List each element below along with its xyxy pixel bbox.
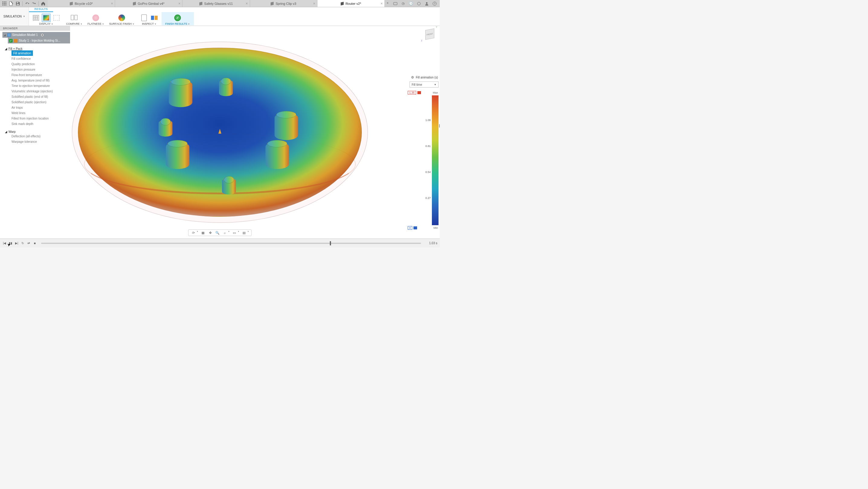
tab-router[interactable]: Router v2* ×: [317, 0, 385, 7]
timeline-handle[interactable]: [330, 241, 331, 246]
grid-settings-icon[interactable]: ▤: [242, 230, 246, 235]
look-at-icon[interactable]: ▦: [200, 230, 205, 235]
workspace-switcher[interactable]: SIMULATION ▼: [0, 7, 29, 26]
group-label: FINISH RESULTS: [165, 22, 187, 25]
new-file-icon[interactable]: ▾: [8, 1, 14, 6]
data-panel-icon[interactable]: [393, 1, 398, 6]
help-icon[interactable]: ?: [432, 1, 437, 6]
ribbon-tab-results[interactable]: RESULTS: [29, 7, 53, 12]
expand-icon[interactable]: ◢: [5, 47, 7, 51]
result-item[interactable]: Fill confidence: [11, 56, 70, 61]
expand-icon[interactable]: ◢: [4, 33, 6, 36]
flatness-button[interactable]: [91, 13, 100, 22]
display-settings-icon[interactable]: ▭: [232, 230, 237, 235]
result-item[interactable]: Warpage tolerance: [11, 139, 70, 144]
display-shaded-button[interactable]: [42, 13, 51, 22]
close-icon[interactable]: ×: [111, 1, 113, 6]
display-wireframe-button[interactable]: [31, 13, 40, 22]
new-tab-button[interactable]: ＋: [385, 0, 390, 5]
close-icon[interactable]: ×: [313, 1, 315, 6]
component-icon: [341, 1, 344, 5]
legend-max-input[interactable]: 1.35: [408, 91, 416, 95]
job-status-icon[interactable]: [416, 1, 422, 6]
display-ghost-button[interactable]: [52, 13, 61, 22]
svg-rect-8: [5, 4, 6, 5]
view-cube-face[interactable]: FRONT: [425, 28, 434, 39]
apps-grid-icon[interactable]: [2, 1, 7, 6]
svg-rect-6: [2, 4, 3, 5]
home-icon[interactable]: [40, 1, 46, 6]
close-icon[interactable]: ×: [380, 1, 383, 6]
tree-study[interactable]: ✓ Study 1 - Injection Molding Si...: [8, 38, 70, 43]
result-item[interactable]: Quality prediction: [11, 61, 70, 67]
close-icon[interactable]: ×: [178, 1, 180, 6]
view-cube[interactable]: Y FRONT Z: [423, 27, 437, 41]
pan-icon[interactable]: ✥: [208, 230, 213, 235]
tab-gopro[interactable]: GoPro Gimbal v4* ×: [115, 0, 182, 7]
finish-results-button[interactable]: ✓: [173, 13, 182, 22]
result-item[interactable]: Flow-front temperature: [11, 72, 70, 77]
skip-start-icon[interactable]: |◀: [2, 241, 7, 246]
save-icon[interactable]: [15, 1, 21, 6]
notifications-icon[interactable]: 🕓: [408, 1, 414, 6]
visibility-toggle[interactable]: [41, 33, 44, 36]
result-item[interactable]: Solidified plastic (end of fill): [11, 94, 70, 99]
result-item[interactable]: Time to ejection temperature: [11, 83, 70, 89]
group-warp[interactable]: ◢ Warp: [2, 130, 70, 133]
svg-rect-9: [17, 2, 19, 3]
legend-max-label: Max: [433, 91, 438, 94]
result-item[interactable]: Sink mark depth: [11, 121, 70, 127]
axis-y-label: Y: [436, 26, 437, 28]
tree-label: Study 1 - Injection Molding Si...: [19, 39, 60, 42]
inspect-report-button[interactable]: [140, 13, 149, 22]
svg-rect-16: [71, 15, 74, 20]
zoom-icon[interactable]: 🔍: [215, 230, 220, 235]
shuffle-icon[interactable]: ⇄: [27, 241, 31, 246]
compare-button[interactable]: [70, 13, 79, 22]
tree-simulation-model[interactable]: ◢ Simulation Model 1: [2, 32, 70, 38]
undo-icon[interactable]: ↶▾: [25, 1, 30, 6]
zoom-window-icon[interactable]: ⌕: [222, 230, 227, 235]
legend-mode-select[interactable]: Fill time ▼: [409, 82, 438, 88]
quick-access-toolbar: ▾ ↶▾ ↷▾: [0, 0, 48, 7]
legend-min-input[interactable]: 0: [408, 226, 412, 230]
timeline-track[interactable]: [41, 243, 421, 244]
tab-spring-clip[interactable]: Spring Clip v3 ×: [250, 0, 317, 7]
result-item[interactable]: Fill animation: [11, 51, 33, 56]
orbit-icon[interactable]: ⟳: [191, 230, 196, 235]
surface-finish-button[interactable]: [117, 13, 126, 22]
result-item[interactable]: Filled from injection location: [11, 116, 70, 121]
legend-tick: 0.81: [421, 144, 431, 148]
group-fill-pack[interactable]: ◢ Fill + Pack: [2, 47, 70, 51]
legend-min-handle[interactable]: [413, 226, 417, 229]
close-icon[interactable]: ×: [246, 1, 248, 6]
legend-tick: 0.54: [421, 170, 431, 173]
extensions-icon[interactable]: ◷: [401, 1, 406, 6]
inspect-compare-button[interactable]: [150, 13, 159, 22]
tab-label: Spring Clip v3: [275, 2, 296, 5]
redo-icon[interactable]: ↷▾: [31, 1, 36, 6]
expand-icon[interactable]: ◢: [5, 130, 7, 133]
result-item[interactable]: Solidified plastic (ejection): [11, 99, 70, 105]
result-item[interactable]: Weld lines: [11, 110, 70, 116]
result-item[interactable]: Volumetric shrinkage (ejection): [11, 89, 70, 94]
svg-rect-3: [2, 3, 3, 4]
timeline-bar: |◀ ▮▮ ▶| ↻ ⇄ ■ 1.03 s ➤: [0, 238, 440, 248]
tab-safety-glasses[interactable]: Safety Glasses v11 ×: [182, 0, 250, 7]
result-item[interactable]: Air traps: [11, 105, 70, 110]
legend-max-handle[interactable]: [417, 91, 421, 94]
component-icon: [271, 1, 274, 5]
legend-colorbar[interactable]: 1.08 0.81 0.54 0.27 1.03: [432, 95, 438, 225]
skip-end-icon[interactable]: ▶|: [14, 241, 19, 246]
result-item[interactable]: Avg. temperature (end of fill): [11, 77, 70, 83]
result-item[interactable]: Injection pressure: [11, 67, 70, 72]
stop-icon[interactable]: ■: [33, 241, 37, 246]
loop-icon[interactable]: ↻: [21, 241, 25, 246]
result-item[interactable]: Deflection (all effects): [11, 133, 70, 139]
model-icon: [7, 33, 11, 37]
tab-bicycle[interactable]: Bicycle v10* ×: [48, 0, 115, 7]
top-right-tools: ◷ 🕓 ?: [390, 0, 440, 7]
gear-icon[interactable]: ⚙: [411, 75, 414, 79]
ribbon-tab-label: RESULTS: [34, 7, 48, 10]
account-icon[interactable]: [424, 1, 430, 6]
